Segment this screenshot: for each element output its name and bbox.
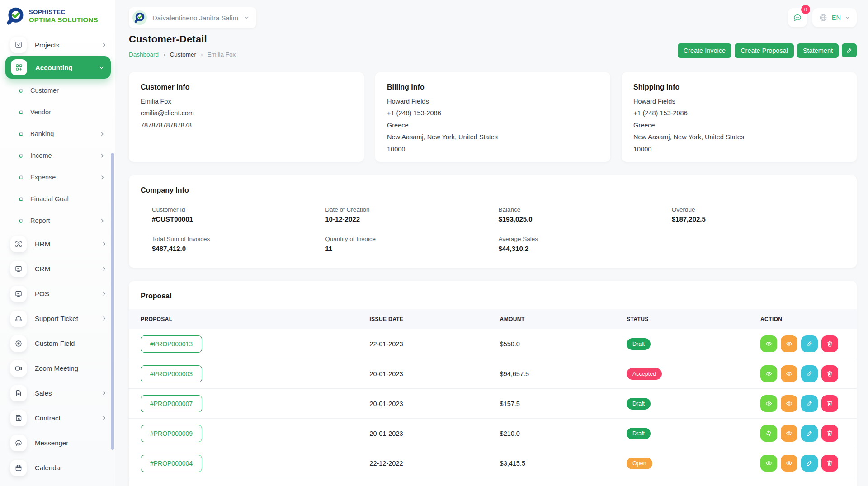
sidebar-subitem-expense[interactable]: Expense [0,166,115,188]
bullet-icon [19,218,23,223]
company-field-balance: Balance $193,025.0 [499,206,672,223]
sidebar-item-crm[interactable]: CRM [0,256,115,281]
delete-action-button[interactable] [821,395,838,412]
create-proposal-button[interactable]: Create Proposal [735,43,794,58]
sidebar-subitem-income[interactable]: Income [0,145,115,166]
status-badge: Draft [627,398,651,410]
sidebar-item-label: CRM [35,265,50,273]
sidebar-subitem-report[interactable]: Report [0,210,115,231]
status-badge: Draft [627,428,651,439]
sidebar-item-hrm[interactable]: HRM [0,231,115,256]
brand-line1: SOPHISTEC [29,9,98,16]
sidebar-subitem-label: Vendor [30,109,51,116]
trash-icon [826,340,834,348]
sidebar-subitem-finacial-goal[interactable]: Finacial Goal [0,188,115,210]
pencil-icon [846,47,853,54]
convert-action-button[interactable] [760,425,777,442]
sidebar-subitem-banking[interactable]: Banking [0,123,115,145]
topbar: Daivalentineno Janitra Salim 0 [129,6,857,29]
eye-icon [765,400,773,407]
language-selector[interactable]: EN [812,8,857,27]
eye-icon [785,429,793,437]
shipping-info-line: 10000 [633,146,845,153]
sidebar-subitem-customer[interactable]: Customer [0,80,115,101]
sidebar-subitem-label: Customer [30,87,59,94]
edit-action-button[interactable] [801,425,818,442]
chevron-right-icon [99,175,105,180]
view-action-button[interactable] [781,365,797,382]
delete-action-button[interactable] [821,425,838,442]
sidebar-item-label: Sales [35,389,52,397]
sidebar-item-sales[interactable]: Sales [0,381,115,406]
billing-info-card: Billing InfoHoward Fields+1 (248) 153-20… [375,72,610,162]
breadcrumb-separator: › [201,51,203,58]
sidebar-item-accounting[interactable]: Accounting [5,56,111,79]
sidebar-item-label: POS [35,290,49,297]
edit-customer-button[interactable] [842,43,857,57]
sidebar-subitem-label: Report [30,217,50,224]
proposal-link[interactable]: #PROP000003 [141,365,202,382]
view-action-button[interactable] [781,425,797,442]
view-action-button[interactable] [781,395,797,412]
view-action-button[interactable] [760,365,777,382]
globe-icon [819,13,828,22]
shipping-info-title: Shipping Info [633,83,845,91]
proposal-link[interactable]: #PROP000004 [141,455,202,472]
sidebar-subitem-label: Finacial Goal [30,195,69,203]
sidebar-scrollbar[interactable] [111,153,114,450]
sidebar-item-messenger[interactable]: Messenger [0,430,115,455]
column-header-amount: AMOUNT [500,316,627,322]
field-label: Overdue [672,206,845,213]
amount-cell: $94,657.5 [500,370,627,377]
view-action-button[interactable] [781,335,797,352]
statement-button[interactable]: Statement [797,43,839,58]
edit-action-button[interactable] [801,365,818,382]
view-action-button[interactable] [781,455,797,472]
eye-icon [785,340,793,348]
sidebar-item-pos[interactable]: POS [0,281,115,306]
column-header-issue-date: ISSUE DATE [369,316,500,322]
chevron-right-icon [101,241,107,247]
sidebar-item-calendar[interactable]: Calendar [0,455,115,480]
proposal-row: #PROP000009 20-01-2023 $210.0 Draft [129,419,857,448]
headset-icon [10,311,27,327]
view-action-button[interactable] [760,395,777,412]
edit-action-button[interactable] [801,395,818,412]
eye-icon [785,370,793,377]
delete-action-button[interactable] [821,365,838,382]
chevron-right-icon [101,266,107,272]
company-field-quantity-of-invoice: Quantity of Invoice 11 [325,236,498,252]
create-invoice-button[interactable]: Create Invoice [678,43,732,58]
chevron-right-icon [101,390,107,396]
bullet-icon [19,153,23,158]
messages-button[interactable]: 0 [788,8,807,27]
brand-logo[interactable]: SOPHISTEC OPTIMA SOLUTIONS [0,0,115,26]
view-action-button[interactable] [760,335,777,352]
delete-action-button[interactable] [821,335,838,352]
user-menu[interactable]: Daivalentineno Janitra Salim [129,7,256,28]
proposal-row: #PROP000007 20-01-2023 $157.5 Draft [129,389,857,419]
sidebar-item-zoom-meeting[interactable]: Zoom Meeting [0,356,115,381]
sidebar-item-custom-field[interactable]: Custom Field [0,331,115,356]
proposal-link[interactable]: #PROP000009 [141,425,202,442]
sidebar-item-label: Messenger [35,439,68,447]
company-info-title: Company Info [141,186,845,194]
view-action-button[interactable] [760,455,777,472]
pencil-icon [806,370,813,377]
sidebar-subitem-vendor[interactable]: Vendor [0,101,115,123]
delete-action-button[interactable] [821,455,838,472]
proposal-link[interactable]: #PROP000013 [141,335,202,353]
shipping-info-line: Howard Fields [633,98,845,105]
edit-action-button[interactable] [801,335,818,352]
edit-action-button[interactable] [801,455,818,472]
sidebar-item-contract[interactable]: Contract [0,406,115,430]
trash-icon [826,370,834,377]
sidebar-item-projects[interactable]: Projects [0,34,115,55]
proposal-link[interactable]: #PROP000007 [141,395,202,412]
sidebar-item-support-ticket[interactable]: Support Ticket [0,306,115,331]
proposal-card: Proposal PROPOSALISSUE DATEAMOUNTSTATUSA… [129,281,857,486]
breadcrumb-item[interactable]: Dashboard [129,51,159,58]
chevron-right-icon [101,415,107,421]
shipping-info-line: Greece [633,122,845,129]
trash-icon [826,400,834,407]
